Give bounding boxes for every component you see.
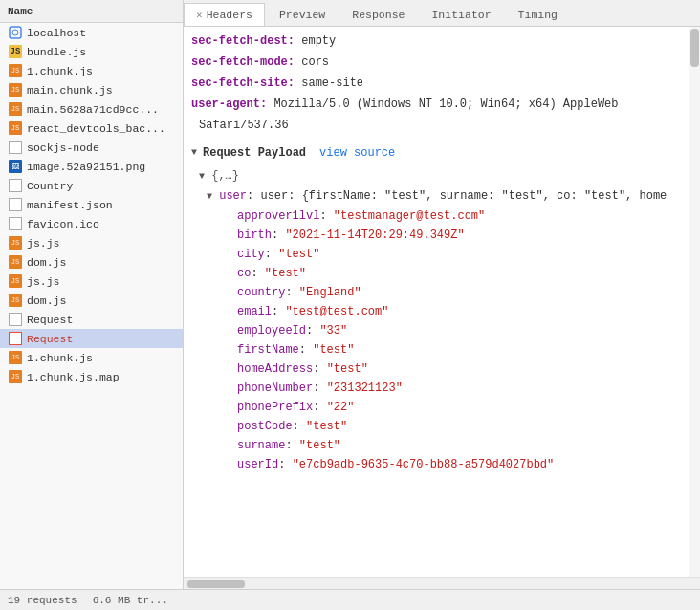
list-item[interactable]: JS 1.chunk.js (0, 61, 183, 80)
js-orange-icon: JS (8, 370, 23, 383)
list-item[interactable]: JS bundle.js (0, 42, 183, 61)
file-name-label: js.js (27, 275, 60, 288)
list-item[interactable]: JS js.js (0, 272, 183, 291)
json-field-phonePrefix: phonePrefix : "22" (184, 398, 687, 417)
header-name-label: sec-fetch-dest: (191, 33, 295, 50)
file-name-label: Country (27, 180, 73, 192)
field-key: userId (237, 456, 278, 473)
js-icon: JS (8, 45, 23, 58)
tab-response[interactable]: Response (339, 3, 417, 26)
file-name-label: Request (27, 333, 73, 345)
json-field-country: country : "England" (184, 283, 687, 302)
json-root-expand[interactable]: ▼ {,…} (184, 166, 687, 186)
doc-icon (8, 179, 23, 192)
tab-headers[interactable]: ✕ Headers (184, 3, 265, 26)
list-item[interactable]: Request (0, 310, 183, 329)
js-orange-icon: JS (8, 351, 23, 364)
colon: : (272, 227, 285, 244)
field-value: "England" (299, 284, 361, 301)
file-list-title: Name (8, 6, 33, 17)
request-payload-section[interactable]: ▼ Request Payload view source (184, 140, 687, 166)
file-name-label: 1.chunk.js (27, 65, 93, 77)
image-icon: 🖼 (8, 160, 23, 173)
js-orange-icon: JS (8, 236, 23, 250)
list-item[interactable]: JS dom.js (0, 252, 183, 272)
file-name-label: Request (27, 314, 73, 326)
colon: : (285, 437, 298, 454)
root-object-label: {,…} (211, 167, 239, 185)
list-item[interactable]: JS react_devtools_bac... (0, 119, 183, 138)
horizontal-scrollbar[interactable] (184, 577, 700, 589)
file-name-label: 1.chunk.js (27, 352, 93, 364)
list-item[interactable]: Country (0, 176, 183, 195)
colon-label: : (247, 187, 260, 205)
list-item[interactable]: JS js.js (0, 233, 183, 252)
field-key: surname (237, 437, 285, 454)
expand-triangle-icon: ▼ (199, 168, 205, 185)
view-source-link[interactable]: view source (319, 143, 395, 163)
svg-rect-0 (10, 27, 21, 38)
colon: : (278, 456, 292, 473)
header-name-label: sec-fetch-site: (191, 75, 295, 92)
vertical-scrollbar[interactable] (689, 27, 700, 577)
file-name-label: favicon.ico (27, 218, 99, 230)
scrollbar-thumb[interactable] (690, 29, 699, 67)
list-item[interactable]: JS main.chunk.js (0, 80, 183, 99)
user-value-label: user: {firstName: "test", surname: "test… (260, 187, 667, 205)
request-payload-title: Request Payload (203, 143, 306, 163)
doc-icon (8, 313, 23, 326)
field-value: "231321123" (327, 380, 403, 397)
tab-close-icon[interactable]: ✕ (196, 9, 203, 21)
horizontal-scrollbar-thumb[interactable] (187, 580, 245, 588)
list-item[interactable]: manifest.json (0, 195, 183, 214)
list-item[interactable]: favicon.ico (0, 214, 183, 233)
tab-preview-label: Preview (279, 9, 325, 21)
json-field-employeeId: employeeId : "33" (184, 321, 687, 340)
list-item[interactable]: JS 1.chunk.js (0, 348, 183, 367)
json-field-homeAddress: homeAddress : "test" (184, 359, 687, 379)
json-field-co: co : "test" (184, 264, 687, 283)
json-field-phoneNumber: phoneNumber : "231321123" (184, 379, 687, 398)
list-item[interactable]: JS 1.chunk.js.map (0, 367, 183, 386)
list-item[interactable]: sockjs-node (0, 138, 183, 157)
js-orange-icon: JS (8, 121, 23, 135)
colon: : (272, 303, 285, 320)
header-name-label: sec-fetch-mode: (191, 54, 295, 71)
tab-response-label: Response (352, 9, 405, 21)
tab-timing[interactable]: Timing (506, 3, 570, 26)
file-list: localhost JS bundle.js JS 1.chunk.js JS (0, 23, 183, 589)
doc-icon (8, 141, 23, 154)
json-field-birth: birth : "2021-11-14T20:29:49.349Z" (184, 226, 687, 245)
header-user-agent-cont: Safari/537.36 (184, 115, 687, 136)
header-name-label: user-agent: (191, 96, 267, 113)
file-name-label: main.chunk.js (27, 84, 113, 97)
json-user-field[interactable]: ▼ user : user: {firstName: "test", surna… (184, 186, 687, 207)
requests-count: 19 requests (8, 595, 77, 606)
doc-icon (8, 198, 23, 211)
file-name-label: sockjs-node (27, 142, 99, 154)
list-item[interactable]: 🖼 image.52a92151.png (0, 157, 183, 176)
header-sec-fetch-dest: sec-fetch-dest: empty (184, 31, 687, 52)
header-sec-fetch-site: sec-fetch-site: same-site (184, 73, 687, 94)
request-red-icon (8, 332, 23, 345)
list-item-active[interactable]: Request (0, 329, 183, 348)
field-value: "test@test.com" (285, 303, 388, 320)
tab-initiator[interactable]: Initiator (419, 3, 503, 26)
tabs-bar: ✕ Headers Preview Response Initiator Tim… (184, 0, 700, 27)
colon: : (299, 341, 313, 359)
json-field-email: email : "test@test.com" (184, 302, 687, 321)
field-key: email (237, 303, 272, 320)
list-item[interactable]: localhost (0, 23, 183, 42)
list-item[interactable]: JS main.5628a71cd9cc... (0, 99, 183, 119)
tab-preview[interactable]: Preview (267, 3, 338, 26)
list-item[interactable]: JS dom.js (0, 291, 183, 310)
json-field-userId: userId : "e7cb9adb-9635-4c70-bb88-a579d4… (184, 455, 687, 474)
file-name-label: dom.js (27, 294, 66, 307)
transferred-size: 6.6 MB tr... (93, 595, 168, 606)
json-field-city: city : "test" (184, 245, 687, 264)
header-user-agent: user-agent: Mozilla/5.0 (Windows NT 10.0… (184, 94, 687, 115)
js-orange-icon: JS (8, 294, 23, 307)
colon: : (285, 284, 298, 301)
field-value: "testmanager@test.com" (334, 207, 485, 225)
doc-icon (8, 217, 23, 230)
